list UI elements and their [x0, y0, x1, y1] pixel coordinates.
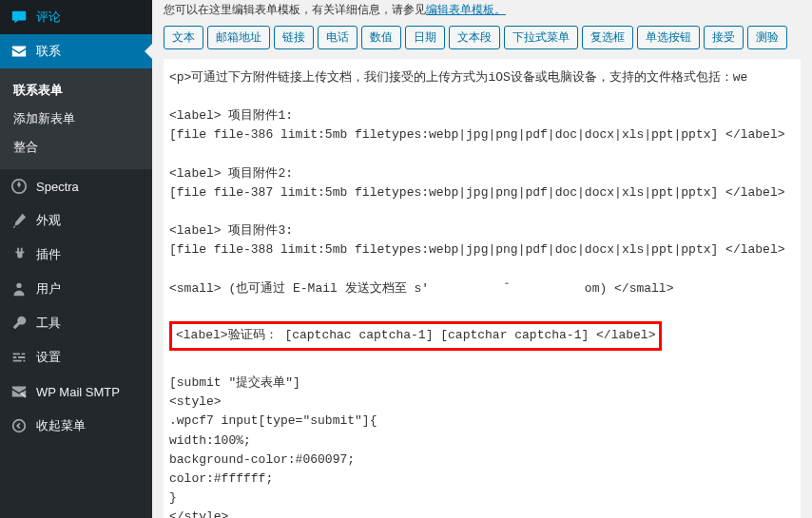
svg-point-1 [16, 283, 21, 288]
menu-collapse[interactable]: 收起菜单 [0, 409, 152, 443]
collapse-icon [10, 416, 29, 435]
tag-checkbox[interactable]: 复选框 [582, 26, 633, 49]
envelope-icon [10, 382, 29, 401]
main-content: 您可以在这里编辑表单模板，有关详细信息，请参见编辑表单模板。 文本 邮箱地址 链… [152, 0, 812, 518]
menu-label: 用户 [36, 280, 61, 297]
tag-accept[interactable]: 接受 [704, 26, 744, 49]
mail-icon [10, 42, 29, 61]
hint-link[interactable]: 编辑表单模板。 [426, 3, 506, 16]
submenu-contact: 联系表单 添加新表单 整合 [0, 68, 152, 169]
submenu-add-new[interactable]: 添加新表单 [0, 105, 152, 133]
menu-tools[interactable]: 工具 [0, 306, 152, 340]
menu-label: 设置 [36, 349, 61, 366]
admin-sidebar: 评论 联系 联系表单 添加新表单 整合 Spectra 外观 插件 用户 [0, 0, 152, 518]
menu-label: 外观 [36, 212, 61, 229]
comment-icon [10, 8, 29, 27]
tag-date[interactable]: 日期 [405, 26, 445, 49]
menu-contact[interactable]: 联系 [0, 34, 152, 68]
menu-wp-mail-smtp[interactable]: WP Mail SMTP [0, 374, 152, 409]
svg-point-2 [13, 420, 26, 432]
menu-label: 评论 [36, 9, 61, 26]
tag-textarea[interactable]: 文本段 [449, 26, 500, 49]
form-hint: 您可以在这里编辑表单模板，有关详细信息，请参见编辑表单模板。 [164, 2, 801, 18]
submenu-forms[interactable]: 联系表单 [0, 76, 152, 105]
tag-url[interactable]: 链接 [274, 26, 314, 49]
tag-number[interactable]: 数值 [361, 26, 401, 49]
brush-icon [10, 211, 29, 230]
wrench-icon [10, 314, 29, 333]
menu-label: 联系 [36, 43, 61, 60]
menu-plugins[interactable]: 插件 [0, 238, 152, 272]
menu-appearance[interactable]: 外观 [0, 203, 152, 238]
submenu-integration[interactable]: 整合 [0, 133, 152, 162]
tag-text[interactable]: 文本 [164, 26, 203, 49]
tag-verify[interactable]: 测验 [747, 26, 787, 49]
tag-radio[interactable]: 单选按钮 [637, 26, 700, 49]
tag-toolbar: 文本 邮箱地址 链接 电话 数值 日期 文本段 下拉式菜单 复选框 单选按钮 接… [164, 26, 801, 49]
user-icon [10, 279, 29, 298]
tag-email[interactable]: 邮箱地址 [207, 26, 270, 49]
tag-tel[interactable]: 电话 [318, 26, 358, 49]
menu-settings[interactable]: 设置 [0, 340, 152, 374]
menu-spectra[interactable]: Spectra [0, 169, 152, 203]
menu-label: WP Mail SMTP [36, 385, 120, 399]
sliders-icon [10, 348, 29, 367]
menu-label: Spectra [36, 180, 79, 194]
form-template-editor[interactable]: <p>可通过下方附件链接上传文档，我们接受的上传方式为iOS设备或电脑设备，支持… [164, 59, 801, 518]
highlighted-captcha-line: <label>验证码： [captchac captcha-1] [captch… [169, 321, 662, 351]
menu-comments[interactable]: 评论 [0, 0, 152, 34]
spectra-icon [10, 177, 29, 196]
menu-label: 工具 [36, 315, 61, 332]
menu-label: 收起菜单 [36, 417, 86, 434]
menu-users[interactable]: 用户 [0, 272, 152, 306]
tag-dropdown[interactable]: 下拉式菜单 [504, 26, 578, 49]
plug-icon [10, 245, 29, 264]
menu-label: 插件 [36, 246, 61, 263]
